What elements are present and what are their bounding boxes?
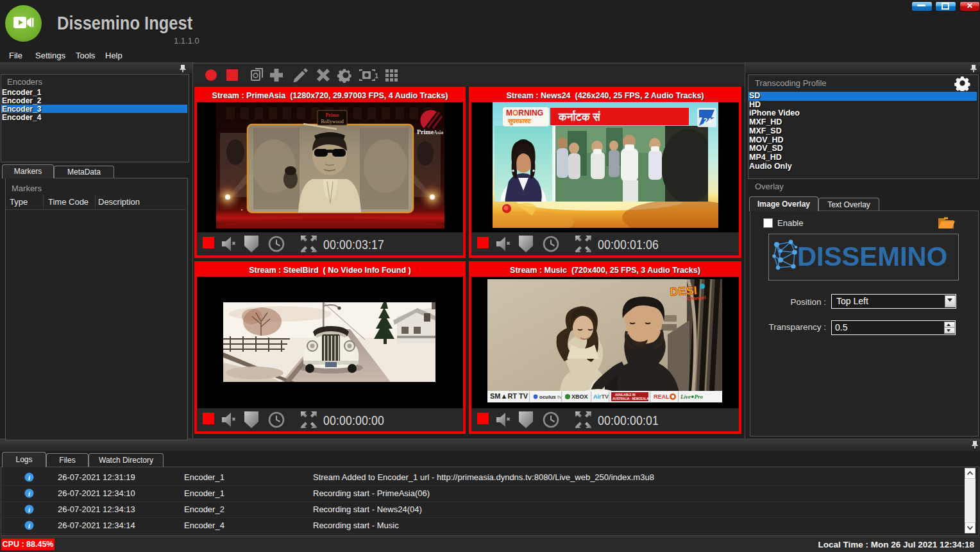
svg-text:कर्नाटक सं: कर्नाटक सं bbox=[558, 110, 600, 123]
svg-text:SM▲RT TV: SM▲RT TV bbox=[490, 392, 528, 400]
svg-text:AUSTRALIA · NEWZEALAND: AUSTRALIA · NEWZEALAND bbox=[612, 397, 654, 401]
svg-text:24: 24 bbox=[704, 117, 712, 125]
svg-text:AirTV: AirTV bbox=[593, 393, 609, 400]
svg-text:MORNING: MORNING bbox=[506, 108, 543, 117]
svg-text:XBOX: XBOX bbox=[571, 393, 588, 400]
svg-text:oculus tv: oculus tv bbox=[539, 394, 562, 400]
svg-text:सुपरफास्ट: सुपरफास्ट bbox=[507, 117, 531, 126]
svg-text:Prime: Prime bbox=[326, 112, 339, 118]
svg-text:Bollywood: Bollywood bbox=[321, 119, 344, 125]
svg-text:AVAILABLE IN: AVAILABLE IN bbox=[615, 393, 636, 397]
svg-text:PrimeAsia: PrimeAsia bbox=[417, 128, 443, 135]
svg-text:REAL: REAL bbox=[654, 393, 670, 400]
svg-text:Live●Pro: Live●Pro bbox=[680, 393, 703, 400]
svg-text:1: 1 bbox=[375, 72, 378, 80]
